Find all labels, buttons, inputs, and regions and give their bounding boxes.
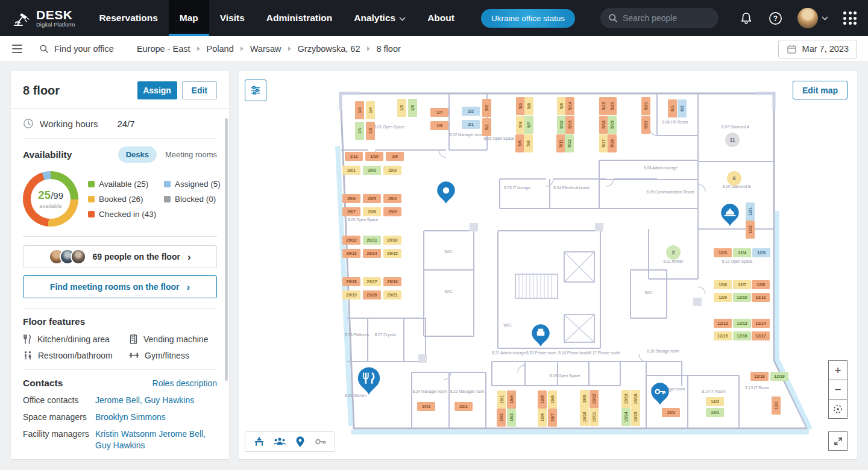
zoom-in-button[interactable]: + xyxy=(828,360,848,380)
desk-1-10[interactable]: 1/10 xyxy=(365,152,383,161)
desk-5-13[interactable]: 5/13 xyxy=(565,116,574,134)
desk-1-5[interactable]: 1/5 xyxy=(397,99,406,117)
desk-29-1[interactable]: 29/1 xyxy=(342,166,360,175)
roles-description-link[interactable]: Roles description xyxy=(153,378,217,388)
desk-5-7[interactable]: 5/7 xyxy=(524,116,533,134)
user-menu[interactable] xyxy=(797,8,828,28)
desk-19-9[interactable]: 19/9 xyxy=(580,390,589,408)
search-people[interactable] xyxy=(600,8,719,28)
desk-29-21[interactable]: 29/21 xyxy=(383,290,401,299)
desk-29-10[interactable]: 29/10 xyxy=(383,236,401,245)
location-marker-button[interactable] xyxy=(290,433,310,451)
zoom-out-button[interactable]: − xyxy=(828,380,848,400)
desk-6-2[interactable]: 6/2 xyxy=(678,99,687,118)
desk-22-1[interactable]: 22/1 xyxy=(454,402,473,411)
nav-item-visits[interactable]: Visits xyxy=(209,0,256,36)
desk-5-19[interactable]: 5/19 xyxy=(608,116,617,134)
desk-19-3[interactable]: 19/3 xyxy=(507,409,516,427)
desk-5-15[interactable]: 5/15 xyxy=(599,97,608,115)
desk-5-12[interactable]: 5/12 xyxy=(565,134,574,152)
desk-29-12[interactable]: 29/12 xyxy=(342,236,360,245)
key-marker-button[interactable] xyxy=(310,433,331,451)
breadcrumb-item[interactable]: Poland xyxy=(207,44,234,54)
desk-29-3[interactable]: 29/3 xyxy=(383,166,401,175)
desk-14-2[interactable]: 14/2 xyxy=(706,397,724,406)
ukraine-office-status-button[interactable]: Ukraine office status xyxy=(481,9,575,28)
desk-5-9[interactable]: 5/9 xyxy=(557,97,566,115)
desk-29-6[interactable]: 29/6 xyxy=(342,194,360,203)
desk-5-11[interactable]: 5/11 xyxy=(556,134,565,152)
desk-12-4[interactable]: 12/4 xyxy=(733,248,751,257)
desk-1-9[interactable]: 1/9 xyxy=(386,152,404,161)
desk-5-21[interactable]: 5/21 xyxy=(641,97,650,115)
brand-logo[interactable]: DESK Digital Platform xyxy=(0,0,88,36)
desk-12-2[interactable]: 12/2 xyxy=(746,221,755,239)
edit-button[interactable]: Edit xyxy=(182,81,217,99)
desk-5-1[interactable]: 5/1 xyxy=(482,118,491,136)
desk-12-16[interactable]: 12/16 xyxy=(733,331,751,340)
desk-1-7[interactable]: 1/7 xyxy=(430,108,448,117)
tab-desks[interactable]: Desks xyxy=(118,146,157,163)
desk-12-18[interactable]: 12/18 xyxy=(750,372,769,381)
desk-19-1[interactable]: 19/1 xyxy=(497,390,506,409)
desk-29-14[interactable]: 29/14 xyxy=(363,249,381,258)
desk-15-1[interactable]: 15/1 xyxy=(662,408,680,417)
recenter-button[interactable] xyxy=(828,399,848,419)
desk-19-4[interactable]: 19/4 xyxy=(507,390,516,409)
desk-5-4[interactable]: 5/4 xyxy=(516,116,525,134)
desk-2-2[interactable]: 2/2 xyxy=(462,107,480,116)
desk-29-19[interactable]: 29/19 xyxy=(342,290,360,299)
nav-item-map[interactable]: Map xyxy=(169,0,209,36)
desk-12-8[interactable]: 12/8 xyxy=(752,280,770,289)
desk-12-19[interactable]: 12/19 xyxy=(770,372,788,381)
desk-5-14[interactable]: 5/14 xyxy=(565,97,574,115)
desk-5-3[interactable]: 5/3 xyxy=(516,97,525,115)
desk-19-7[interactable]: 19/7 xyxy=(548,409,557,427)
find-office-search[interactable]: Find your office xyxy=(39,44,114,54)
desk-1-4[interactable]: 1/4 xyxy=(366,101,375,119)
help-button[interactable]: ? xyxy=(769,11,782,25)
desk-19-12[interactable]: 19/12 xyxy=(590,390,599,408)
desk-29-20[interactable]: 29/20 xyxy=(363,290,381,299)
desk-19-15[interactable]: 19/15 xyxy=(631,408,640,426)
desk-12-10[interactable]: 12/10 xyxy=(733,293,751,302)
panel-scrollbar[interactable] xyxy=(225,118,228,381)
desk-19-5[interactable]: 19/5 xyxy=(538,390,547,409)
desk-29-9[interactable]: 29/9 xyxy=(383,207,401,216)
nav-item-reservations[interactable]: Reservations xyxy=(88,0,168,36)
desk-1-8[interactable]: 1/8 xyxy=(430,121,448,130)
desk-12-3[interactable]: 12/3 xyxy=(714,248,732,257)
desk-2-1[interactable]: 2/1 xyxy=(462,120,480,129)
desk-1-2[interactable]: 1/2 xyxy=(366,122,375,140)
desk-1-1[interactable]: 1/1 xyxy=(355,122,364,140)
desk-1-3[interactable]: 1/3 xyxy=(355,101,364,119)
desk-5-20[interactable]: 5/20 xyxy=(608,97,617,115)
map-filter-button[interactable] xyxy=(245,80,266,101)
desk-29-2[interactable]: 29/2 xyxy=(363,166,381,175)
desk-12-17[interactable]: 12/17 xyxy=(752,331,770,340)
breadcrumb-item[interactable]: Warsaw xyxy=(250,44,281,54)
nav-item-about[interactable]: About xyxy=(417,0,465,36)
desk-29-5[interactable]: 29/5 xyxy=(363,194,381,203)
nav-item-administration[interactable]: Administration xyxy=(256,0,343,36)
nav-item-analytics[interactable]: Analytics xyxy=(343,0,417,36)
desk-29-15[interactable]: 29/15 xyxy=(383,249,401,258)
search-people-input[interactable] xyxy=(623,13,711,23)
desk-1-11[interactable]: 1/11 xyxy=(345,152,363,161)
edit-map-button[interactable]: Edit map xyxy=(793,81,848,99)
desk-13-1[interactable]: 13/1 xyxy=(772,396,781,415)
desk-5-17[interactable]: 5/17 xyxy=(599,134,608,152)
desk-19-10[interactable]: 19/10 xyxy=(580,408,589,426)
desk-12-6[interactable]: 12/6 xyxy=(714,280,732,289)
desk-12-1[interactable]: 12/1 xyxy=(746,202,755,221)
desk-14-1[interactable]: 14/1 xyxy=(706,408,724,417)
desk-12-13[interactable]: 12/13 xyxy=(733,319,751,328)
people-marker-button[interactable] xyxy=(269,433,290,451)
breadcrumb-item[interactable]: 8 floor xyxy=(377,44,401,54)
desk-5-16[interactable]: 5/16 xyxy=(599,116,608,134)
apps-button[interactable] xyxy=(843,11,857,25)
assign-button[interactable]: Assign xyxy=(137,81,177,99)
desk-29-4[interactable]: 29/4 xyxy=(383,194,401,203)
menu-button[interactable] xyxy=(10,42,25,56)
desk-5-8[interactable]: 5/8 xyxy=(524,97,533,115)
